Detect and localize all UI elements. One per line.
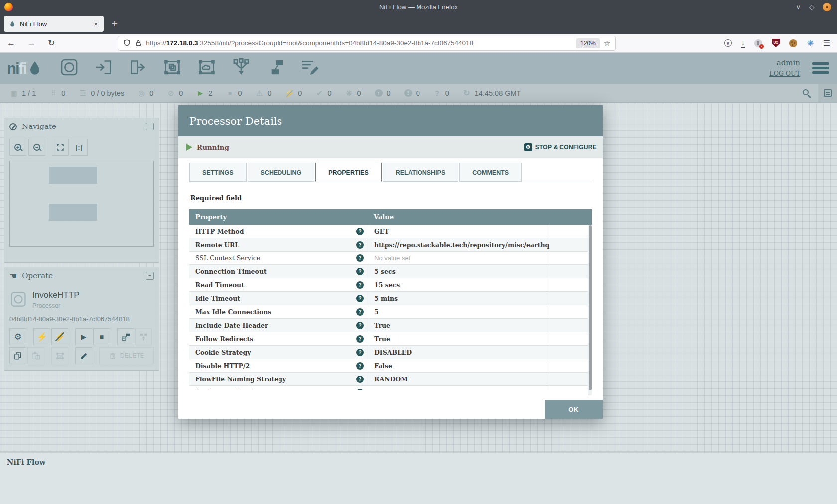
tab-close-icon[interactable]: ×: [93, 20, 99, 28]
toolbar-component[interactable]: [58, 57, 80, 79]
table-row[interactable]: Read Timeout ? 15 secs: [189, 278, 592, 292]
help-icon[interactable]: ?: [356, 335, 364, 343]
table-row[interactable]: Max Idle Connections ? 5: [189, 305, 592, 319]
operate-header[interactable]: ☚ Operate –: [4, 267, 159, 284]
scrollbar-thumb[interactable]: [589, 225, 592, 390]
toolbar-component[interactable]: [230, 57, 252, 79]
toolbar-component[interactable]: [299, 57, 321, 79]
value-cell[interactable]: No value set: [369, 252, 550, 264]
value-cell[interactable]: 5 mins: [369, 292, 550, 305]
disable-button[interactable]: ⚡: [51, 328, 68, 345]
bookmark-star-icon[interactable]: ☆: [604, 39, 610, 48]
help-icon[interactable]: ?: [356, 228, 364, 235]
table-row[interactable]: FlowFile Naming Strategy ? RANDOM: [189, 373, 592, 386]
window-minimize-icon[interactable]: ∨: [796, 4, 801, 10]
dialog-tab[interactable]: RELATIONSHIPS: [383, 163, 458, 182]
help-icon[interactable]: ?: [356, 308, 364, 316]
zoom-out-button[interactable]: −: [28, 139, 45, 156]
collapse-icon[interactable]: –: [146, 272, 154, 280]
downloads-icon[interactable]: ↓: [741, 39, 745, 48]
start-button[interactable]: ▶: [75, 328, 92, 345]
table-row[interactable]: Follow Redirects ? True: [189, 332, 592, 346]
zoom-fit-button[interactable]: [52, 139, 69, 156]
colorful-extension-icon[interactable]: ✳: [807, 39, 813, 47]
ok-button[interactable]: OK: [545, 400, 603, 419]
collapse-icon[interactable]: –: [146, 123, 154, 130]
help-icon[interactable]: ?: [356, 241, 364, 249]
copy-button[interactable]: [9, 347, 26, 364]
value-cell[interactable]: True: [369, 332, 550, 345]
table-row[interactable]: Connection Timeout ? 5 secs: [189, 265, 592, 278]
delete-button[interactable]: DELETE: [99, 347, 154, 364]
dialog-tab[interactable]: PROPERTIES: [315, 163, 382, 182]
help-icon[interactable]: ?: [356, 362, 364, 370]
cookie-extension-icon[interactable]: [789, 39, 797, 47]
browser-tab[interactable]: NiFi Flow ×: [4, 16, 104, 32]
url-text[interactable]: https://172.18.0.3:32558/nifi/?processGr…: [146, 39, 572, 47]
dialog-tab[interactable]: SETTINGS: [189, 163, 247, 182]
search-icon[interactable]: [803, 89, 810, 97]
stop-and-configure-button[interactable]: ⚙ STOP & CONFIGURE: [524, 143, 597, 151]
help-icon[interactable]: ?: [356, 322, 364, 329]
reload-button[interactable]: ↻: [48, 38, 55, 48]
value-cell[interactable]: 15 secs: [369, 278, 550, 291]
flow-canvas[interactable]: Navigate – + − |:| ☚ Operate – InvokeHTT…: [0, 103, 837, 452]
value-cell[interactable]: GET: [369, 225, 550, 238]
firefox-menu-icon[interactable]: ☰: [823, 38, 830, 48]
url-bar[interactable]: https://172.18.0.3:32558/nifi/?processGr…: [118, 36, 616, 51]
stop-button[interactable]: ■: [93, 328, 110, 345]
toolbar-component[interactable]: [127, 57, 149, 79]
pocket-icon[interactable]: ∨: [724, 39, 732, 47]
help-icon[interactable]: ?: [356, 254, 364, 262]
help-icon[interactable]: ?: [356, 268, 364, 275]
window-close-icon[interactable]: ×: [823, 3, 831, 11]
breadcrumb[interactable]: NiFi Flow: [7, 458, 46, 466]
value-cell[interactable]: RANDOM: [369, 373, 550, 385]
table-row[interactable]: Disable HTTP/2 ? False: [189, 359, 592, 373]
value-cell[interactable]: https://repo.stackable.tech/repository/m…: [369, 238, 550, 251]
zoom-in-button[interactable]: +: [9, 139, 26, 156]
logout-link[interactable]: LOG OUT: [769, 70, 800, 77]
toolbar-component[interactable]: [265, 57, 286, 79]
toolbar-component[interactable]: [196, 57, 218, 79]
table-row[interactable]: Include Date Header ? True: [189, 319, 592, 332]
value-cell[interactable]: False: [369, 359, 550, 372]
refresh-icon[interactable]: ↻: [463, 88, 471, 98]
table-row[interactable]: Idle Timeout ? 5 mins: [189, 292, 592, 305]
value-cell[interactable]: 5: [369, 305, 550, 318]
value-cell[interactable]: 5 secs: [369, 265, 550, 278]
zoom-actual-button[interactable]: |:|: [71, 139, 88, 156]
table-row[interactable]: SSL Context Service ? No value set: [189, 252, 592, 265]
help-icon[interactable]: ?: [356, 295, 364, 302]
configure-button[interactable]: ⚙: [9, 328, 26, 345]
table-row[interactable]: HTTP Method ? GET: [189, 225, 592, 238]
bulletin-board-button[interactable]: [818, 84, 837, 102]
new-tab-button[interactable]: +: [112, 18, 118, 30]
color-button[interactable]: [75, 347, 92, 364]
value-cell[interactable]: True: [369, 319, 550, 332]
help-icon[interactable]: ?: [356, 281, 364, 289]
global-menu-icon[interactable]: [812, 62, 829, 74]
enable-button[interactable]: ⚡: [33, 328, 50, 345]
toolbar-component[interactable]: [161, 57, 183, 79]
group-button[interactable]: [51, 347, 68, 364]
toolbar-component[interactable]: [93, 57, 115, 79]
help-icon[interactable]: ?: [356, 349, 364, 356]
back-button[interactable]: ←: [7, 38, 15, 48]
disabled-extension-icon[interactable]: [754, 39, 762, 47]
window-restore-icon[interactable]: ◇: [809, 4, 814, 10]
paste-button[interactable]: [27, 347, 44, 364]
upload-template-button[interactable]: [135, 328, 152, 345]
lock-icon[interactable]: [135, 39, 142, 47]
table-scrollbar[interactable]: [588, 225, 592, 395]
help-icon[interactable]: ?: [356, 389, 364, 391]
shield-icon[interactable]: [123, 39, 131, 47]
save-template-button[interactable]: [117, 328, 134, 345]
value-cell[interactable]: DISABLED: [369, 346, 550, 359]
help-icon[interactable]: ?: [356, 376, 364, 383]
table-row[interactable]: Cookie Strategy ? DISABLED: [189, 346, 592, 359]
page-zoom-badge[interactable]: 120%: [576, 38, 600, 48]
ublock-origin-icon[interactable]: UO: [772, 39, 780, 47]
dialog-tab[interactable]: SCHEDULING: [248, 163, 315, 182]
navigate-header[interactable]: Navigate –: [4, 118, 159, 135]
